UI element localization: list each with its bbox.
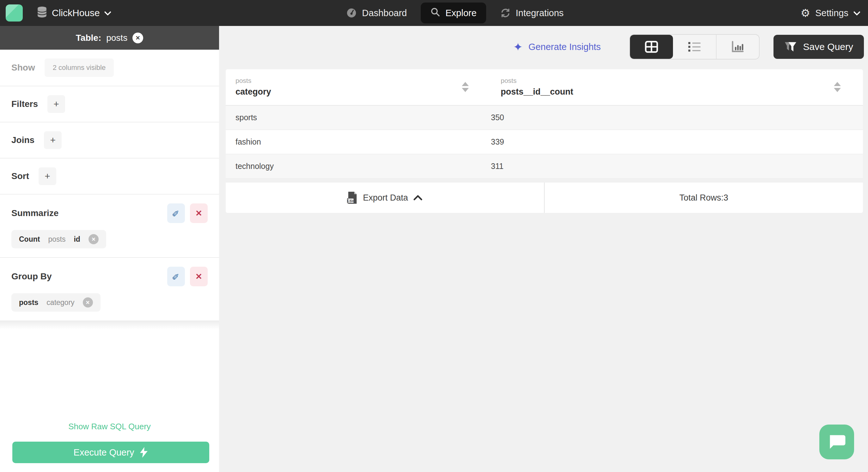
bar-chart-icon	[731, 40, 745, 53]
dashboard-icon	[346, 8, 357, 18]
generate-insights-link[interactable]: ✦ Generate Insights	[513, 40, 600, 54]
cell-category: technology	[226, 161, 491, 171]
total-rows-label: Total Rows:3	[679, 193, 728, 203]
table-header-row: posts category posts posts__id__count	[226, 69, 863, 106]
cell-count: 350	[491, 113, 863, 122]
funnel-icon	[784, 41, 797, 53]
nav-label: Dashboard	[362, 8, 407, 18]
section-divider	[0, 321, 219, 333]
list-view-button[interactable]	[673, 35, 716, 59]
add-join-button[interactable]: +	[44, 131, 62, 149]
chat-bubble-icon	[827, 433, 846, 451]
execute-query-button[interactable]: Execute Query	[12, 442, 209, 463]
remove-summarize-chip-button[interactable]: ✕	[89, 234, 99, 244]
pencil-icon: ✎	[171, 273, 181, 280]
column-name: posts__id__count	[501, 87, 574, 97]
delete-group-by-button[interactable]: ✕	[190, 267, 208, 286]
chat-widget-button[interactable]	[819, 424, 854, 459]
total-rows-cell: Total Rows:3	[544, 182, 863, 213]
show-label: Show	[11, 63, 35, 73]
group-by-label: Group By	[11, 271, 52, 282]
joins-label: Joins	[11, 135, 34, 145]
results-area: ✦ Generate Insights	[219, 26, 868, 472]
column-group: posts	[501, 77, 574, 85]
nav-item-dashboard[interactable]: Dashboard	[346, 8, 407, 18]
chevron-down-icon	[854, 8, 861, 16]
x-icon: ✕	[195, 208, 202, 218]
edit-group-by-button[interactable]: ✎	[167, 267, 185, 286]
export-data-button[interactable]: CSV Export Data	[226, 182, 544, 213]
sync-icon	[500, 8, 511, 18]
chevron-up-icon	[413, 195, 423, 201]
delete-summarize-button[interactable]: ✕	[190, 203, 208, 223]
filters-label: Filters	[11, 99, 38, 109]
svg-text:CSV: CSV	[347, 199, 354, 203]
aggregate-fn-label: Count	[19, 235, 40, 244]
column-header-count[interactable]: posts posts__id__count	[491, 69, 863, 105]
database-name: ClickHouse	[52, 8, 100, 18]
table-header-bar: Table: posts ✕	[0, 26, 219, 50]
show-section: Show 2 columns visible	[0, 50, 219, 86]
table-row[interactable]: fashion 339	[226, 130, 863, 154]
nav-label: Integrations	[516, 8, 564, 18]
remove-group-by-chip-button[interactable]: ✕	[83, 297, 93, 307]
column-name: category	[236, 87, 271, 97]
nav-item-integrations[interactable]: Integrations	[500, 8, 564, 18]
table-view-button[interactable]	[630, 35, 673, 59]
column-header-category[interactable]: posts category	[226, 69, 491, 105]
nav-item-explore[interactable]: Explore	[421, 3, 486, 23]
summarize-section: Summarize ✎ ✕ Count posts id ✕	[0, 195, 219, 258]
nav-label: Explore	[445, 8, 476, 18]
generate-insights-label: Generate Insights	[528, 42, 601, 52]
table-row[interactable]: technology 311	[226, 154, 863, 179]
sort-label: Sort	[11, 171, 29, 181]
column-group: posts	[236, 77, 271, 85]
columns-visible-chip[interactable]: 2 columns visible	[44, 59, 114, 77]
joins-section: Joins +	[0, 122, 219, 158]
sort-toggle-icon[interactable]	[462, 82, 469, 92]
table-footer: CSV Export Data Total Rows:3	[226, 182, 863, 213]
selected-table-name: posts	[106, 33, 127, 43]
chip-column-label: id	[74, 235, 80, 244]
table-label-prefix: Table:	[76, 33, 101, 43]
save-query-button[interactable]: Save Query	[774, 35, 864, 59]
add-filter-button[interactable]: +	[48, 95, 65, 113]
database-icon	[37, 6, 48, 20]
summarize-chip[interactable]: Count posts id ✕	[11, 230, 106, 248]
view-toggle-group	[629, 34, 760, 59]
settings-label: Settings	[815, 8, 848, 18]
x-icon: ✕	[195, 272, 202, 282]
save-query-label: Save Query	[803, 41, 853, 52]
database-selector[interactable]: ClickHouse	[37, 6, 110, 20]
chip-table-label: posts	[48, 235, 65, 244]
query-builder-sidebar: Table: posts ✕ Show 2 columns visible Fi…	[0, 26, 219, 472]
execute-query-label: Execute Query	[74, 447, 134, 458]
table-view-icon	[645, 40, 658, 53]
table-row[interactable]: sports 350	[226, 106, 863, 130]
brand-area: ClickHouse	[6, 4, 110, 22]
sort-section: Sort +	[0, 158, 219, 195]
sort-toggle-icon[interactable]	[834, 82, 841, 92]
chart-view-button[interactable]	[716, 35, 759, 59]
group-by-chip[interactable]: posts category ✕	[11, 293, 100, 312]
cell-category: sports	[226, 113, 491, 122]
settings-menu[interactable]: ⚙ Settings	[801, 7, 859, 19]
group-by-section: Group By ✎ ✕ posts category ✕	[0, 258, 219, 321]
pencil-icon: ✎	[171, 209, 181, 217]
cell-category: fashion	[226, 137, 491, 146]
edit-summarize-button[interactable]: ✎	[167, 203, 185, 223]
export-data-label: Export Data	[363, 193, 408, 203]
cell-count: 339	[491, 137, 863, 146]
show-raw-sql-link[interactable]: Show Raw SQL Query	[0, 422, 219, 432]
chip-column-label: category	[46, 298, 74, 307]
lightning-icon	[140, 447, 148, 458]
cell-count: 311	[491, 161, 863, 171]
add-sort-button[interactable]: +	[38, 167, 56, 185]
app-logo[interactable]	[6, 4, 23, 22]
search-icon	[430, 7, 440, 19]
gear-icon: ⚙	[801, 7, 810, 19]
chip-table-label: posts	[19, 298, 38, 307]
sparkle-icon: ✦	[513, 40, 523, 54]
remove-table-button[interactable]: ✕	[132, 33, 143, 43]
results-toolbar: ✦ Generate Insights	[219, 26, 868, 59]
